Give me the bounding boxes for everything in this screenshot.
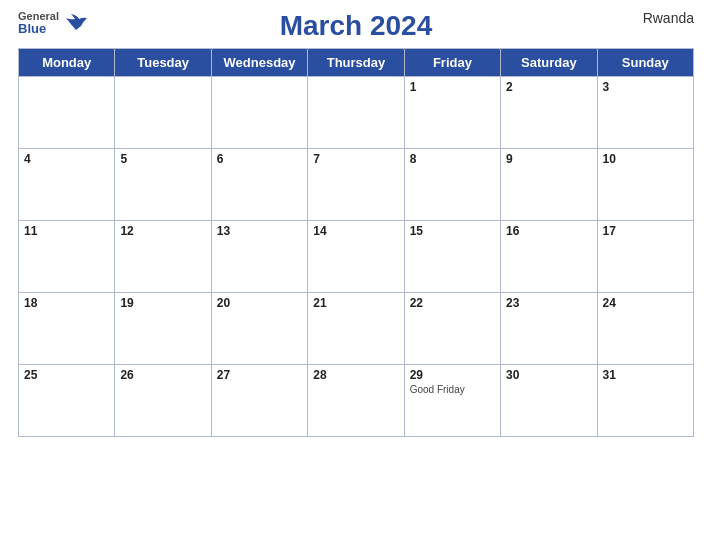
calendar-cell: 9 <box>501 149 597 221</box>
day-number: 1 <box>410 80 495 94</box>
calendar-week-row: 11121314151617 <box>19 221 694 293</box>
calendar-cell: 4 <box>19 149 115 221</box>
calendar-cell: 2 <box>501 77 597 149</box>
day-number: 24 <box>603 296 688 310</box>
day-number: 4 <box>24 152 109 166</box>
day-number: 22 <box>410 296 495 310</box>
calendar-cell <box>211 77 307 149</box>
day-number: 16 <box>506 224 591 238</box>
calendar-cell: 18 <box>19 293 115 365</box>
calendar-cell: 10 <box>597 149 693 221</box>
col-header-wednesday: Wednesday <box>211 49 307 77</box>
calendar-cell: 15 <box>404 221 500 293</box>
calendar-cell: 26 <box>115 365 211 437</box>
calendar-container: General Blue March 2024 Rwanda MondayTue… <box>0 0 712 550</box>
day-number: 12 <box>120 224 205 238</box>
day-number: 26 <box>120 368 205 382</box>
calendar-week-row: 123 <box>19 77 694 149</box>
country-label: Rwanda <box>643 10 694 26</box>
day-number: 9 <box>506 152 591 166</box>
col-header-thursday: Thursday <box>308 49 404 77</box>
calendar-title-block: March 2024 <box>280 10 433 42</box>
calendar-cell: 1 <box>404 77 500 149</box>
logo-blue-text: Blue <box>18 22 59 36</box>
day-number: 17 <box>603 224 688 238</box>
calendar-table: MondayTuesdayWednesdayThursdayFridaySatu… <box>18 48 694 437</box>
day-number: 13 <box>217 224 302 238</box>
calendar-cell: 17 <box>597 221 693 293</box>
calendar-cell: 24 <box>597 293 693 365</box>
calendar-cell: 7 <box>308 149 404 221</box>
calendar-cell: 29Good Friday <box>404 365 500 437</box>
day-number: 23 <box>506 296 591 310</box>
day-number: 27 <box>217 368 302 382</box>
logo-bird-icon <box>61 12 91 34</box>
calendar-header: General Blue March 2024 Rwanda <box>18 10 694 42</box>
logo: General Blue <box>18 10 91 36</box>
day-number: 2 <box>506 80 591 94</box>
calendar-cell: 6 <box>211 149 307 221</box>
calendar-cell: 20 <box>211 293 307 365</box>
day-number: 20 <box>217 296 302 310</box>
calendar-cell: 27 <box>211 365 307 437</box>
col-header-sunday: Sunday <box>597 49 693 77</box>
col-header-monday: Monday <box>19 49 115 77</box>
day-number: 21 <box>313 296 398 310</box>
day-number: 15 <box>410 224 495 238</box>
day-number: 7 <box>313 152 398 166</box>
calendar-cell: 25 <box>19 365 115 437</box>
calendar-week-row: 18192021222324 <box>19 293 694 365</box>
calendar-cell: 12 <box>115 221 211 293</box>
calendar-cell: 13 <box>211 221 307 293</box>
day-number: 3 <box>603 80 688 94</box>
calendar-cell: 8 <box>404 149 500 221</box>
calendar-week-row: 2526272829Good Friday3031 <box>19 365 694 437</box>
calendar-week-row: 45678910 <box>19 149 694 221</box>
day-number: 29 <box>410 368 495 382</box>
calendar-cell: 21 <box>308 293 404 365</box>
calendar-cell: 28 <box>308 365 404 437</box>
calendar-cell <box>115 77 211 149</box>
day-number: 6 <box>217 152 302 166</box>
holiday-label: Good Friday <box>410 384 495 395</box>
col-header-saturday: Saturday <box>501 49 597 77</box>
day-number: 28 <box>313 368 398 382</box>
calendar-cell: 19 <box>115 293 211 365</box>
month-title: March 2024 <box>280 10 433 42</box>
day-number: 5 <box>120 152 205 166</box>
day-number: 19 <box>120 296 205 310</box>
day-number: 31 <box>603 368 688 382</box>
calendar-cell: 30 <box>501 365 597 437</box>
calendar-cell: 14 <box>308 221 404 293</box>
day-number: 14 <box>313 224 398 238</box>
calendar-header-row: MondayTuesdayWednesdayThursdayFridaySatu… <box>19 49 694 77</box>
calendar-cell: 22 <box>404 293 500 365</box>
day-number: 10 <box>603 152 688 166</box>
day-number: 30 <box>506 368 591 382</box>
col-header-friday: Friday <box>404 49 500 77</box>
calendar-cell <box>308 77 404 149</box>
day-number: 8 <box>410 152 495 166</box>
calendar-cell: 31 <box>597 365 693 437</box>
calendar-cell: 3 <box>597 77 693 149</box>
day-number: 25 <box>24 368 109 382</box>
calendar-cell: 23 <box>501 293 597 365</box>
calendar-cell: 5 <box>115 149 211 221</box>
calendar-cell <box>19 77 115 149</box>
calendar-cell: 16 <box>501 221 597 293</box>
calendar-cell: 11 <box>19 221 115 293</box>
day-number: 11 <box>24 224 109 238</box>
day-number: 18 <box>24 296 109 310</box>
col-header-tuesday: Tuesday <box>115 49 211 77</box>
